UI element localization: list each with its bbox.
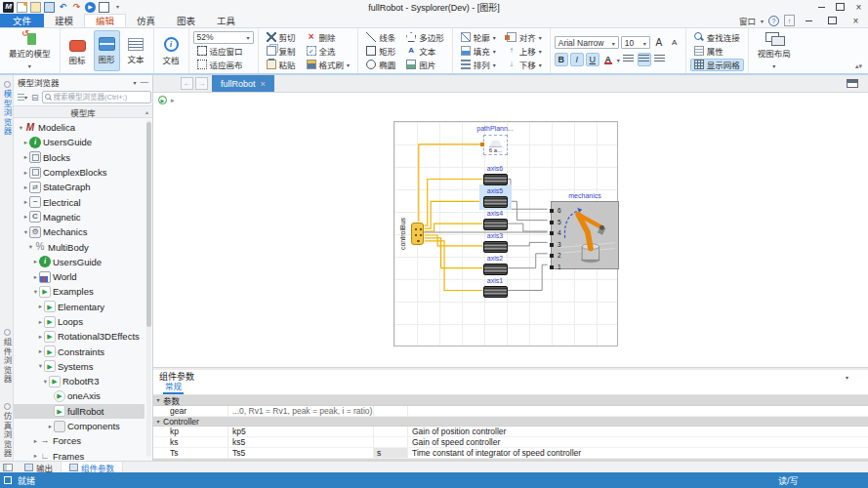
axis6-block[interactable]: [483, 174, 508, 185]
tree-item-elementary[interactable]: Elementary: [14, 300, 145, 314]
chevron-right-icon[interactable]: [32, 437, 39, 445]
delete-button[interactable]: 删除: [303, 31, 354, 44]
diagram-area[interactable]: pathPlann... 6 a... axis6 axis5 axis4 ax…: [393, 121, 618, 346]
arrange-button[interactable]: 排列: [457, 59, 500, 71]
tree-item-modelica[interactable]: Modelica: [14, 120, 145, 135]
tree-item-frames[interactable]: Frames: [14, 449, 145, 461]
chevron-down-icon[interactable]: [42, 378, 49, 386]
text-view-button[interactable]: 文本: [123, 30, 149, 71]
dock-tab-simulation-browser[interactable]: 仿真浏览器: [0, 403, 14, 459]
outline-button[interactable]: 轮廓: [457, 31, 500, 44]
chevron-right-icon[interactable]: [22, 153, 29, 161]
tree-item-complexblocks[interactable]: ComplexBlocks: [14, 165, 145, 180]
chevron-down-icon[interactable]: [37, 362, 44, 370]
chevron-right-icon[interactable]: [37, 303, 44, 310]
align-right-button[interactable]: [653, 53, 667, 66]
axis4-block[interactable]: [483, 219, 508, 230]
child-minimize-button[interactable]: [800, 15, 818, 27]
mechanics-block[interactable]: 6 5 4 3 2 1: [551, 201, 619, 269]
model-search-box[interactable]: [42, 91, 151, 103]
move-down-button[interactable]: 下移: [503, 59, 546, 71]
file-menu-button[interactable]: 文件: [0, 14, 44, 27]
chevron-right-icon[interactable]: [37, 318, 44, 326]
param-row-ts[interactable]: Ts Ts5 s Time constant of integrator of …: [153, 448, 868, 459]
tree-item-examples[interactable]: Examples: [14, 284, 145, 299]
sort-icon[interactable]: ▴: [145, 108, 148, 115]
tab-tools[interactable]: 工具: [206, 14, 246, 27]
properties-button[interactable]: 属性: [690, 45, 744, 58]
close-tab-icon[interactable]: ×: [261, 79, 266, 89]
tree-item-stategraph[interactable]: StateGraph: [14, 180, 145, 194]
window-menu-button[interactable]: 窗口: [739, 15, 756, 26]
chevron-right-icon[interactable]: [47, 423, 54, 430]
chevron-right-icon[interactable]: [37, 333, 44, 341]
align-button[interactable]: 对齐: [503, 31, 546, 44]
zoom-combobox[interactable]: 52%: [193, 31, 254, 44]
format-painter-button[interactable]: 格式刷: [303, 59, 354, 71]
align-center-button[interactable]: [638, 53, 651, 66]
move-up-button[interactable]: 上移: [503, 45, 546, 58]
dock-tab-model-browser[interactable]: 模型浏览器: [0, 81, 14, 137]
tab-edit[interactable]: 编辑: [84, 14, 126, 27]
undo-icon[interactable]: ↶: [58, 2, 68, 13]
icon-view-button[interactable]: 图标: [64, 30, 91, 71]
panel-menu-icon[interactable]: [133, 77, 136, 87]
tree-item-fullrobot[interactable]: fullRobot: [14, 404, 145, 419]
mechanics-port-6[interactable]: [550, 209, 554, 213]
param-row-kp[interactable]: kp kp5 Gain of position controller: [153, 427, 868, 437]
document-view-button[interactable]: 文档: [158, 30, 185, 71]
polygon-tool-button[interactable]: 多边形: [402, 31, 448, 44]
mechanics-port-1[interactable]: [550, 265, 554, 269]
line-tool-button[interactable]: 线条: [362, 31, 399, 44]
tree-item-systems[interactable]: Systems: [14, 359, 145, 374]
view-layout-button[interactable]: 视图布局: [753, 30, 796, 71]
ts-value[interactable]: Ts5: [227, 448, 373, 458]
dock-tab-component-browser[interactable]: 组件浏览器: [0, 329, 14, 385]
find-connection-button[interactable]: 查找连接: [690, 31, 744, 44]
pin-ribbon-icon[interactable]: [784, 16, 795, 26]
tree-scrollbar[interactable]: [146, 120, 151, 457]
nav-back-button[interactable]: ←: [181, 77, 193, 90]
mechanics-port-2[interactable]: [550, 254, 554, 258]
axis3-block[interactable]: [483, 241, 508, 253]
minimize-button[interactable]: [812, 1, 831, 14]
quick-access-dropdown-icon[interactable]: ▾: [112, 2, 123, 13]
chevron-right-icon[interactable]: [32, 273, 39, 281]
tab-chart[interactable]: 图表: [166, 14, 206, 27]
image-tool-button[interactable]: 图片: [402, 59, 448, 71]
open-file-icon[interactable]: [30, 2, 41, 13]
ellipse-tool-button[interactable]: 椭圆: [362, 59, 399, 71]
font-size-combobox[interactable]: 10: [621, 36, 650, 49]
rect-tool-button[interactable]: 矩形: [362, 45, 399, 58]
tree-item-usersguide[interactable]: UsersGuide: [14, 135, 145, 149]
tree-item-forces[interactable]: Forces: [14, 433, 145, 448]
gear-value[interactable]: ...0, Rv1 = Rv1, peak = peak, i = ratio): [227, 406, 373, 416]
font-name-combobox[interactable]: Arial Narrow: [555, 36, 619, 49]
ks-value[interactable]: ks5: [227, 437, 373, 447]
diagram-view-button[interactable]: 图形: [94, 30, 120, 71]
tree-item-constraints[interactable]: Constraints: [14, 344, 145, 358]
axis2-block[interactable]: [483, 264, 508, 275]
cut-button[interactable]: 剪切: [263, 31, 300, 44]
fill-button[interactable]: 填充: [457, 45, 500, 58]
tree-scrollbar-thumb[interactable]: [146, 122, 151, 327]
child-restore-button[interactable]: [823, 15, 842, 27]
chevron-down-icon[interactable]: [22, 228, 29, 236]
param-row-ks[interactable]: ks ks5 Gain of speed controller: [153, 437, 868, 448]
redo-icon[interactable]: ↷: [71, 2, 82, 13]
tree-item-usersguide2[interactable]: UsersGuide: [14, 255, 145, 269]
chevron-right-icon[interactable]: [37, 347, 44, 355]
copy-button[interactable]: 复制: [263, 45, 300, 58]
close-button[interactable]: [849, 1, 868, 14]
italic-button[interactable]: I: [570, 53, 584, 66]
collapse-panel-icon[interactable]: [846, 372, 848, 382]
new-file-icon[interactable]: [17, 2, 27, 13]
font-bigger-button[interactable]: A: [652, 36, 666, 50]
align-left-button[interactable]: [622, 53, 636, 66]
diagram-canvas[interactable]: pathPlann... 6 a... axis6 axis5 axis4 ax…: [153, 106, 868, 367]
grid-tool-icon[interactable]: [99, 2, 109, 13]
nav-forward-button[interactable]: →: [195, 77, 208, 90]
chevron-right-icon[interactable]: [32, 258, 39, 265]
chevron-down-icon[interactable]: [32, 288, 39, 296]
dock-layout-icon[interactable]: [3, 464, 13, 471]
